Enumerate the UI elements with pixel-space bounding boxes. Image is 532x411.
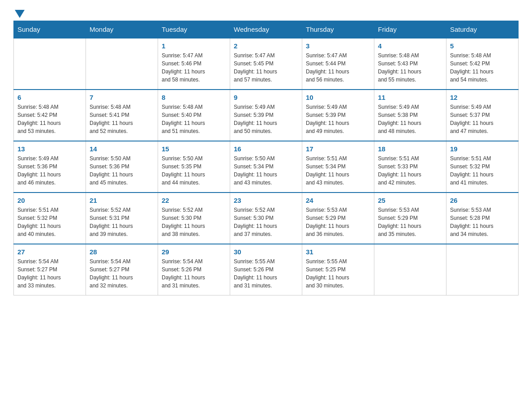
- logo-triangle-icon: [15, 10, 25, 18]
- weekday-header-tuesday: Tuesday: [158, 21, 230, 39]
- day-cell-18: 18Sunrise: 5:51 AM Sunset: 5:33 PM Dayli…: [374, 141, 446, 193]
- day-cell-28: 28Sunrise: 5:54 AM Sunset: 5:27 PM Dayli…: [86, 244, 158, 295]
- svg-marker-0: [15, 10, 25, 18]
- day-cell-17: 17Sunrise: 5:51 AM Sunset: 5:34 PM Dayli…: [302, 141, 374, 193]
- day-info: Sunrise: 5:52 AM Sunset: 5:31 PM Dayligh…: [90, 206, 154, 238]
- day-info: Sunrise: 5:47 AM Sunset: 5:46 PM Dayligh…: [162, 51, 226, 84]
- day-number: 4: [378, 42, 442, 50]
- day-cell-19: 19Sunrise: 5:51 AM Sunset: 5:32 PM Dayli…: [446, 141, 519, 193]
- day-cell-7: 7Sunrise: 5:48 AM Sunset: 5:41 PM Daylig…: [86, 90, 158, 141]
- day-info: Sunrise: 5:49 AM Sunset: 5:36 PM Dayligh…: [17, 154, 82, 187]
- day-number: 26: [450, 197, 515, 204]
- empty-cell: [86, 38, 158, 90]
- day-number: 14: [90, 145, 154, 153]
- week-row-1: 1Sunrise: 5:47 AM Sunset: 5:46 PM Daylig…: [14, 38, 519, 90]
- day-cell-14: 14Sunrise: 5:50 AM Sunset: 5:36 PM Dayli…: [86, 141, 158, 193]
- day-number: 23: [234, 197, 298, 204]
- week-row-2: 6Sunrise: 5:48 AM Sunset: 5:42 PM Daylig…: [14, 90, 519, 141]
- day-cell-20: 20Sunrise: 5:51 AM Sunset: 5:32 PM Dayli…: [14, 193, 86, 244]
- day-info: Sunrise: 5:52 AM Sunset: 5:30 PM Dayligh…: [234, 206, 298, 238]
- day-number: 17: [306, 145, 370, 153]
- day-info: Sunrise: 5:54 AM Sunset: 5:27 PM Dayligh…: [17, 257, 82, 290]
- day-number: 25: [378, 197, 442, 204]
- page-header: [13, 9, 519, 16]
- day-number: 22: [162, 197, 226, 204]
- day-number: 16: [234, 145, 298, 153]
- weekday-header-monday: Monday: [86, 21, 158, 39]
- week-row-4: 20Sunrise: 5:51 AM Sunset: 5:32 PM Dayli…: [14, 193, 519, 244]
- day-info: Sunrise: 5:54 AM Sunset: 5:26 PM Dayligh…: [162, 257, 226, 290]
- day-number: 18: [378, 145, 442, 153]
- day-info: Sunrise: 5:48 AM Sunset: 5:40 PM Dayligh…: [162, 103, 226, 135]
- day-cell-16: 16Sunrise: 5:50 AM Sunset: 5:34 PM Dayli…: [230, 141, 302, 193]
- day-number: 9: [234, 94, 298, 101]
- day-number: 20: [17, 197, 82, 204]
- day-cell-8: 8Sunrise: 5:48 AM Sunset: 5:40 PM Daylig…: [158, 90, 230, 141]
- day-cell-26: 26Sunrise: 5:53 AM Sunset: 5:28 PM Dayli…: [446, 193, 519, 244]
- day-cell-4: 4Sunrise: 5:48 AM Sunset: 5:43 PM Daylig…: [374, 38, 446, 90]
- calendar-table: SundayMondayTuesdayWednesdayThursdayFrid…: [13, 21, 519, 295]
- day-info: Sunrise: 5:51 AM Sunset: 5:33 PM Dayligh…: [378, 154, 442, 187]
- day-info: Sunrise: 5:49 AM Sunset: 5:39 PM Dayligh…: [234, 103, 298, 135]
- day-info: Sunrise: 5:47 AM Sunset: 5:44 PM Dayligh…: [306, 51, 370, 84]
- day-info: Sunrise: 5:52 AM Sunset: 5:30 PM Dayligh…: [162, 206, 226, 238]
- day-cell-11: 11Sunrise: 5:49 AM Sunset: 5:38 PM Dayli…: [374, 90, 446, 141]
- day-number: 8: [162, 94, 226, 101]
- day-info: Sunrise: 5:49 AM Sunset: 5:39 PM Dayligh…: [306, 103, 370, 135]
- day-cell-6: 6Sunrise: 5:48 AM Sunset: 5:42 PM Daylig…: [14, 90, 86, 141]
- day-cell-23: 23Sunrise: 5:52 AM Sunset: 5:30 PM Dayli…: [230, 193, 302, 244]
- day-number: 24: [306, 197, 370, 204]
- day-number: 30: [234, 248, 298, 256]
- day-cell-25: 25Sunrise: 5:53 AM Sunset: 5:29 PM Dayli…: [374, 193, 446, 244]
- day-cell-2: 2Sunrise: 5:47 AM Sunset: 5:45 PM Daylig…: [230, 38, 302, 90]
- empty-cell: [446, 244, 519, 295]
- day-cell-31: 31Sunrise: 5:55 AM Sunset: 5:25 PM Dayli…: [302, 244, 374, 295]
- day-number: 6: [17, 94, 82, 101]
- day-info: Sunrise: 5:55 AM Sunset: 5:26 PM Dayligh…: [234, 257, 298, 290]
- day-number: 1: [162, 42, 226, 50]
- day-cell-15: 15Sunrise: 5:50 AM Sunset: 5:35 PM Dayli…: [158, 141, 230, 193]
- day-number: 2: [234, 42, 298, 50]
- day-cell-1: 1Sunrise: 5:47 AM Sunset: 5:46 PM Daylig…: [158, 38, 230, 90]
- day-number: 3: [306, 42, 370, 50]
- day-cell-24: 24Sunrise: 5:53 AM Sunset: 5:29 PM Dayli…: [302, 193, 374, 244]
- day-info: Sunrise: 5:51 AM Sunset: 5:32 PM Dayligh…: [450, 154, 515, 187]
- day-info: Sunrise: 5:48 AM Sunset: 5:43 PM Dayligh…: [378, 51, 442, 84]
- day-number: 7: [90, 94, 154, 101]
- day-info: Sunrise: 5:50 AM Sunset: 5:36 PM Dayligh…: [90, 154, 154, 187]
- day-number: 13: [17, 145, 82, 153]
- weekday-header-sunday: Sunday: [14, 21, 86, 39]
- day-cell-27: 27Sunrise: 5:54 AM Sunset: 5:27 PM Dayli…: [14, 244, 86, 295]
- day-info: Sunrise: 5:55 AM Sunset: 5:25 PM Dayligh…: [306, 257, 370, 290]
- day-info: Sunrise: 5:51 AM Sunset: 5:34 PM Dayligh…: [306, 154, 370, 187]
- day-number: 10: [306, 94, 370, 101]
- day-info: Sunrise: 5:50 AM Sunset: 5:34 PM Dayligh…: [234, 154, 298, 187]
- day-cell-22: 22Sunrise: 5:52 AM Sunset: 5:30 PM Dayli…: [158, 193, 230, 244]
- week-row-3: 13Sunrise: 5:49 AM Sunset: 5:36 PM Dayli…: [14, 141, 519, 193]
- empty-cell: [14, 38, 86, 90]
- weekday-header-thursday: Thursday: [302, 21, 374, 39]
- day-number: 29: [162, 248, 226, 256]
- day-number: 15: [162, 145, 226, 153]
- day-info: Sunrise: 5:50 AM Sunset: 5:35 PM Dayligh…: [162, 154, 226, 187]
- day-cell-9: 9Sunrise: 5:49 AM Sunset: 5:39 PM Daylig…: [230, 90, 302, 141]
- empty-cell: [374, 244, 446, 295]
- day-number: 19: [450, 145, 515, 153]
- day-info: Sunrise: 5:53 AM Sunset: 5:28 PM Dayligh…: [450, 206, 515, 238]
- day-cell-5: 5Sunrise: 5:48 AM Sunset: 5:42 PM Daylig…: [446, 38, 519, 90]
- day-cell-30: 30Sunrise: 5:55 AM Sunset: 5:26 PM Dayli…: [230, 244, 302, 295]
- day-number: 5: [450, 42, 515, 50]
- day-number: 31: [306, 248, 370, 256]
- day-cell-10: 10Sunrise: 5:49 AM Sunset: 5:39 PM Dayli…: [302, 90, 374, 141]
- weekday-header-saturday: Saturday: [446, 21, 519, 39]
- day-number: 12: [450, 94, 515, 101]
- day-number: 28: [90, 248, 154, 256]
- weekday-header-row: SundayMondayTuesdayWednesdayThursdayFrid…: [14, 21, 519, 39]
- day-info: Sunrise: 5:48 AM Sunset: 5:42 PM Dayligh…: [17, 103, 82, 135]
- day-number: 11: [378, 94, 442, 101]
- day-number: 27: [17, 248, 82, 256]
- day-info: Sunrise: 5:53 AM Sunset: 5:29 PM Dayligh…: [306, 206, 370, 238]
- day-info: Sunrise: 5:53 AM Sunset: 5:29 PM Dayligh…: [378, 206, 442, 238]
- day-cell-21: 21Sunrise: 5:52 AM Sunset: 5:31 PM Dayli…: [86, 193, 158, 244]
- day-number: 21: [90, 197, 154, 204]
